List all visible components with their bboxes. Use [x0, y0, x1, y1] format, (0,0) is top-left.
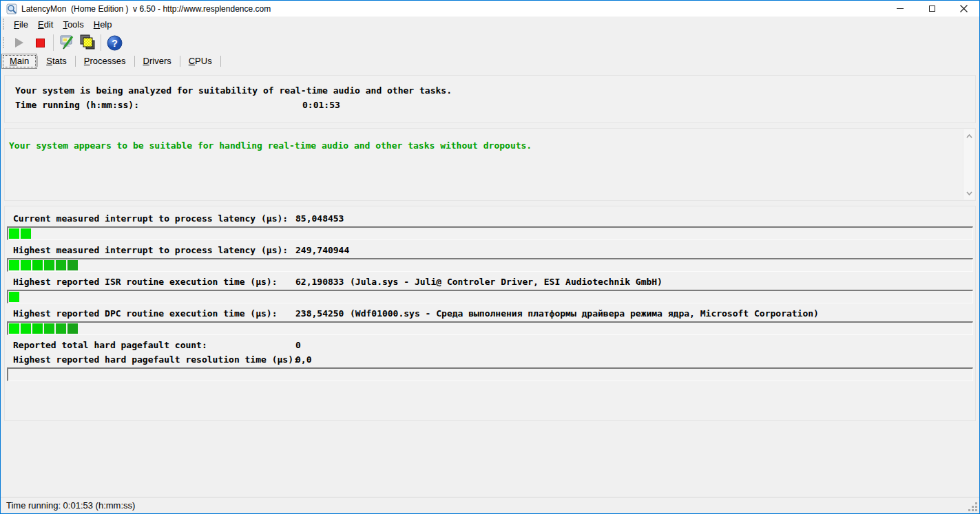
bar-segment [56, 260, 66, 270]
minimize-button[interactable] [884, 1, 916, 17]
svg-text:?: ? [112, 37, 118, 48]
measurement-value: 0 [295, 339, 350, 353]
measurement-label: Highest reported ISR routine execution t… [13, 275, 295, 290]
bar-segment [67, 260, 78, 270]
measurement-label: Highest measured interrupt to process la… [13, 244, 295, 258]
time-running-label: Time running (h:mm:ss): [15, 98, 302, 112]
measurement-row: Reported total hard pagefault count: 0 [5, 339, 975, 353]
menu-help[interactable]: Help [89, 18, 117, 31]
measurement-value: 62,190833 [295, 275, 350, 290]
measurement-row: Highest reported ISR routine execution t… [5, 275, 975, 290]
measurement-row: Highest measured interrupt to process la… [5, 244, 975, 258]
latencymon-window: { "window": { "title": "LatencyMon (Home… [0, 0, 980, 514]
app-icon [6, 3, 17, 14]
maximize-icon [929, 6, 935, 12]
minimize-icon [897, 8, 904, 9]
verdict-scrollbar[interactable] [963, 129, 974, 200]
measurements-panel: Current measured interrupt to process la… [4, 206, 976, 421]
bar-segment [9, 292, 19, 302]
pagefault-time-bar [7, 367, 973, 381]
bar-segment [9, 260, 19, 270]
close-icon [960, 5, 968, 12]
menu-gripper[interactable] [3, 19, 6, 30]
analysis-heading: Your system is being analyzed for suitab… [15, 83, 975, 98]
tab-processes[interactable]: Processes [76, 54, 134, 69]
measurement-label: Current measured interrupt to process la… [13, 212, 295, 226]
maximize-button[interactable] [916, 1, 948, 17]
menu-bar: File Edit Tools Help [1, 17, 979, 32]
status-bar: Time running: 0:01:53 (h:mm:ss) [1, 497, 979, 513]
start-monitor-button[interactable] [9, 33, 30, 52]
toolbar-separator [101, 34, 101, 51]
bar-segment [32, 323, 43, 334]
help-button[interactable]: ? [104, 33, 125, 52]
dpc-time-bar [7, 321, 973, 335]
verdict-message: Your system appears to be suitable for h… [9, 140, 959, 151]
measurement-row: Current measured interrupt to process la… [5, 212, 975, 226]
toolbar: ? [1, 32, 979, 54]
options-button[interactable] [56, 33, 77, 52]
toolbar-separator [53, 34, 54, 51]
measurement-label: Highest reported hard pagefault resoluti… [13, 353, 295, 367]
bar-segment [44, 323, 54, 334]
bar-segment [21, 228, 31, 239]
measurement-value: 249,740944 [295, 244, 350, 258]
toolbar-gripper[interactable] [3, 37, 6, 48]
title-bar[interactable]: LatencyMon (Home Edition ) v 6.50 - http… [1, 1, 979, 17]
measurement-row: Highest reported hard pagefault resoluti… [5, 353, 975, 367]
menu-edit[interactable]: Edit [33, 18, 58, 31]
measurement-value: 238,54250 [295, 307, 350, 321]
tab-cpus[interactable]: CPUs [180, 54, 220, 69]
close-button[interactable] [948, 1, 979, 17]
time-running-value: 0:01:53 [302, 98, 340, 112]
bar-segment [67, 323, 78, 334]
bar-segment [32, 260, 43, 270]
measurement-value: 85,048453 [295, 212, 350, 226]
tab-stats[interactable]: Stats [38, 54, 75, 69]
bar-segment [44, 260, 54, 270]
highest-latency-bar [7, 258, 973, 272]
measurement-value: 0,0 [295, 353, 350, 367]
bar-segment [9, 228, 19, 239]
measurement-label: Highest reported DPC routine execution t… [13, 307, 295, 321]
driver-info: (Jula.sys - Juli@ Controler Driver, ESI … [350, 275, 975, 290]
windows-button[interactable] [77, 33, 98, 52]
menu-tools[interactable]: Tools [58, 18, 88, 31]
tab-separator [220, 56, 221, 67]
tab-bar: Main Stats Processes Drivers CPUs [1, 54, 979, 69]
tab-drivers[interactable]: Drivers [135, 54, 180, 69]
chevron-down-icon [966, 191, 972, 195]
play-icon [15, 38, 23, 47]
measurement-row: Highest reported DPC routine execution t… [5, 307, 975, 321]
tab-main[interactable]: Main [1, 54, 37, 69]
bar-segment [9, 323, 19, 334]
bar-segment [56, 323, 66, 334]
bar-segment [21, 323, 31, 334]
scroll-down-button[interactable] [963, 187, 975, 199]
monitor-pen-icon [58, 34, 76, 52]
status-text: Time running: 0:01:53 (h:mm:ss) [6, 500, 135, 511]
stop-monitor-button[interactable] [30, 33, 50, 52]
driver-info: (Wdf01000.sys - Среда выполнения платфор… [350, 307, 975, 321]
menu-file[interactable]: File [9, 18, 33, 31]
stop-icon [36, 39, 45, 47]
analysis-panel: Your system is being analyzed for suitab… [4, 75, 976, 123]
measurement-label: Reported total hard pagefault count: [13, 339, 295, 353]
current-latency-bar [7, 226, 973, 240]
isr-time-bar [7, 290, 973, 303]
resize-grip[interactable] [968, 502, 977, 511]
bar-segment [21, 260, 31, 270]
window-title: LatencyMon (Home Edition ) v 6.50 - http… [21, 4, 271, 14]
verdict-panel: Your system appears to be suitable for h… [4, 128, 976, 201]
help-question-icon: ? [107, 35, 123, 51]
chevron-up-icon [966, 134, 972, 138]
layered-squares-icon [79, 34, 96, 52]
scroll-up-button[interactable] [963, 130, 975, 142]
